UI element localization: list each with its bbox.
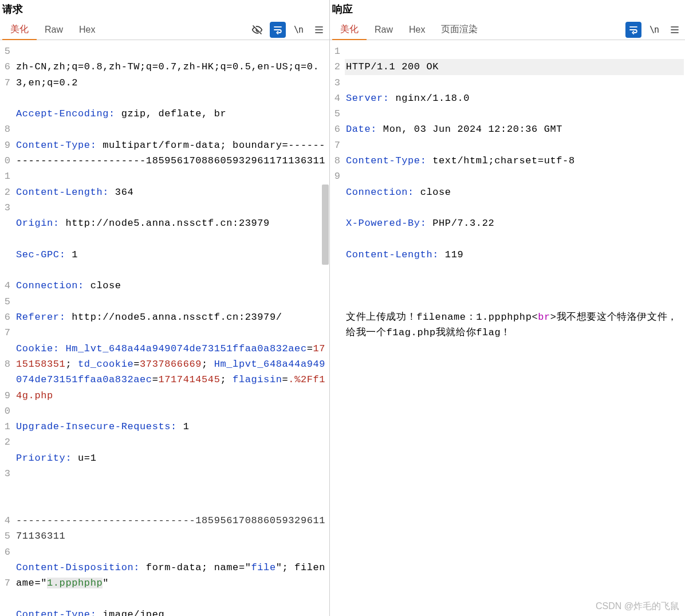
request-gutter: 56789012345678901234567 [0, 40, 14, 616]
request-tabbar: 美化 Raw Hex \n [0, 19, 329, 40]
request-title: 请求 [0, 0, 329, 19]
response-code-area: 123456789 HTTP/1.1 200 OK Server: nginx/… [330, 40, 685, 616]
response-code[interactable]: HTTP/1.1 200 OK Server: nginx/1.18.0 Dat… [344, 40, 685, 616]
request-code-area: 56789012345678901234567 zh-CN,zh;q=0.8,z… [0, 40, 329, 616]
menu-icon[interactable] [311, 22, 327, 38]
scrollbar-thumb[interactable] [322, 185, 329, 265]
tab-pretty[interactable]: 美化 [2, 20, 37, 40]
tab-raw[interactable]: Raw [367, 21, 401, 38]
wrap-lines-icon[interactable] [270, 22, 286, 38]
request-pane: 请求 美化 Raw Hex \n 56789012345678901234567… [0, 0, 330, 616]
tab-hex[interactable]: Hex [71, 21, 103, 38]
request-scrollbar[interactable] [321, 40, 329, 616]
newline-icon[interactable]: \n [646, 22, 662, 38]
tab-render[interactable]: 页面渲染 [433, 20, 486, 39]
eye-off-icon[interactable] [249, 22, 265, 38]
response-gutter: 123456789 [330, 40, 344, 616]
wrap-lines-icon[interactable] [625, 22, 641, 38]
menu-icon[interactable] [667, 22, 683, 38]
tab-pretty[interactable]: 美化 [332, 20, 367, 40]
response-title: 响应 [330, 0, 685, 19]
tab-raw[interactable]: Raw [37, 21, 71, 38]
response-tabbar: 美化 Raw Hex 页面渲染 \n [330, 19, 685, 40]
tab-hex[interactable]: Hex [401, 21, 433, 38]
request-code[interactable]: zh-CN,zh;q=0.8,zh-TW;q=0.7,zh-HK;q=0.5,e… [14, 40, 329, 616]
newline-icon[interactable]: \n [290, 22, 306, 38]
status-line: HTTP/1.1 200 OK [345, 59, 684, 74]
response-pane: 响应 美化 Raw Hex 页面渲染 \n 123456789 HTTP/1.1… [330, 0, 685, 616]
